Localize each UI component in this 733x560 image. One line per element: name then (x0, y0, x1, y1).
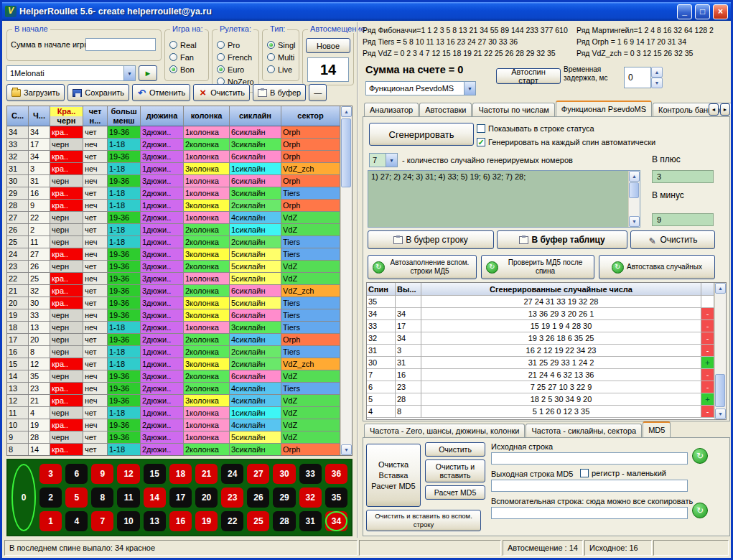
radio-singl[interactable]: Singl (267, 39, 299, 51)
scroll-down-button[interactable]: ▼ (629, 216, 640, 227)
functional-combobox[interactable]: Функционал PsevdoMS ▼ (365, 81, 476, 95)
show-in-status-checkbox[interactable]: Показывать в строке статуса (477, 124, 594, 133)
board-number-19[interactable]: 19 (195, 511, 218, 531)
buffer-row-button[interactable]: В буфер строку (368, 230, 494, 249)
scroll-down-button[interactable]: ▼ (341, 444, 352, 455)
output-md5-input[interactable] (491, 480, 688, 492)
board-number-7[interactable]: 7 (91, 511, 113, 531)
radio-bon[interactable]: Bon (169, 63, 208, 75)
scroll-up-button[interactable]: ▲ (341, 106, 352, 117)
table-row[interactable]: 343413 36 29 3 20 26 1- (367, 308, 714, 320)
board-number-10[interactable]: 10 (117, 511, 139, 531)
board-number-5[interactable]: 5 (65, 487, 88, 508)
table-row[interactable]: 1323кра..неч19-362дюжи..2колонка4сиклайн… (7, 383, 340, 395)
board-number-16[interactable]: 16 (169, 511, 192, 531)
table-row[interactable]: 2427кра..неч19-363дюжи..3колонка5сиклайн… (7, 248, 340, 261)
table-row[interactable]: 1221кра..неч19-362дюжи..3колонка4сиклайн… (7, 395, 340, 407)
board-number-9[interactable]: 9 (91, 464, 113, 484)
autobet-random-button[interactable]: ↻ Автоставка случайных (599, 255, 715, 279)
scrollbar-thumb[interactable] (341, 118, 351, 187)
board-number-11[interactable]: 11 (117, 487, 139, 508)
board-number-20[interactable]: 20 (195, 487, 218, 508)
table-row[interactable]: 1512кра..чет1-181дюжи..3колонка2сиклайнV… (7, 358, 340, 370)
chevron-down-icon[interactable]: ▼ (386, 154, 397, 167)
spinner-up-button[interactable]: ▲ (651, 67, 663, 78)
load-button[interactable]: Загрузить (6, 84, 65, 101)
table-row[interactable]: 485 1 26 0 12 3 35- (367, 406, 714, 418)
helper-string-input[interactable] (491, 507, 688, 519)
clear-button[interactable]: Очистить (193, 84, 250, 101)
board-number-4[interactable]: 4 (65, 511, 88, 531)
table-row[interactable]: 114чернчет1-181дюжи..1колонка1сиклайнVdZ (7, 407, 340, 419)
board-number-28[interactable]: 28 (273, 511, 295, 531)
board-number-36[interactable]: 36 (325, 464, 347, 484)
chevron-down-icon[interactable]: ▼ (123, 66, 135, 80)
board-number-24[interactable]: 24 (221, 464, 243, 484)
board-number-8[interactable]: 8 (91, 487, 113, 508)
tab-scroll-left-button[interactable]: ◄ (709, 103, 719, 116)
tab-freq-zero-chances[interactable]: Частота - Zero, шансы, дюжины, колонки (364, 424, 525, 437)
delay-input[interactable]: 0 (624, 67, 651, 88)
clear-output-button[interactable]: Очистить (630, 230, 715, 249)
board-number-21[interactable]: 21 (195, 464, 218, 484)
board-number-17[interactable]: 17 (169, 487, 192, 508)
copy-source-button[interactable]: ↻ (692, 448, 708, 464)
to-buffer-button[interactable]: В буфер (253, 84, 306, 101)
table-row[interactable]: 3031черннеч19-363дюжи..1колонка6сиклайнO… (7, 175, 340, 187)
table-row[interactable]: 928чернчет19-363дюжи..1колонка5сиклайнVd… (7, 431, 340, 444)
table-row[interactable]: 2916кра..чет1-182дюжи..1колонка3сиклайнT… (7, 187, 340, 200)
board-number-27[interactable]: 27 (247, 464, 269, 484)
board-number-12[interactable]: 12 (117, 464, 139, 484)
board-number-32[interactable]: 32 (299, 487, 322, 508)
board-number-31[interactable]: 31 (299, 511, 322, 531)
table-row[interactable]: 2132кра..чет19-363дюжи..2колонка6сиклайн… (7, 285, 340, 297)
table-row[interactable]: 331715 19 1 9 4 28 30- (367, 320, 714, 332)
board-number-14[interactable]: 14 (144, 487, 166, 508)
board-number-15[interactable]: 15 (144, 464, 166, 484)
radio-multi[interactable]: Multi (267, 51, 299, 63)
source-string-input[interactable] (491, 452, 688, 465)
board-number-1[interactable]: 1 (39, 511, 62, 531)
maximize-button[interactable]: □ (695, 4, 710, 19)
minimize-button[interactable]: _ (677, 4, 692, 19)
generate-each-spin-checkbox[interactable]: ✓ Генерировать на каждый спин автоматиче… (477, 138, 655, 146)
tab-scroll-right-button[interactable]: ► (720, 103, 730, 116)
copy-helper-button[interactable]: ↻ (692, 503, 708, 518)
table-row[interactable]: 2225кра..неч19-363дюжи..1колонка5сиклайн… (7, 273, 340, 285)
md5-clear-paste-button[interactable]: Очистить и вставить (425, 459, 485, 482)
table-row[interactable]: 31316 2 12 19 22 34 23- (367, 345, 714, 357)
chevron-down-icon[interactable]: ▼ (464, 82, 475, 95)
undo-button[interactable]: Отменить (132, 84, 190, 101)
tab-autobets[interactable]: Автоставки (419, 103, 472, 116)
table-row[interactable]: 1813черннеч1-182дюжи..1колонка3сиклайнTi… (7, 322, 340, 334)
table-row[interactable]: 3317черннеч1-182дюжи..2колонка3сиклайнOr… (7, 139, 340, 151)
table-row[interactable]: 289кра..неч1-181дюжи..3колонка2сиклайнOr… (7, 200, 340, 212)
tab-functional-psevdoms[interactable]: Функционал PsevdoMS (556, 101, 652, 116)
tab-md5[interactable]: MD5 (643, 421, 671, 437)
new-shift-button[interactable]: Новое (306, 38, 350, 53)
board-number-0[interactable]: 0 (11, 464, 36, 531)
generated-output-box[interactable]: 1) 27; 2) 24; 3) 31; 4) 33; 5) 19; 6) 32… (368, 170, 640, 228)
board-number-30[interactable]: 30 (273, 464, 295, 484)
board-number-6[interactable]: 6 (65, 464, 88, 484)
table-row[interactable]: 1019кра..неч19-362дюжи..1колонка4сиклайн… (7, 419, 340, 431)
count-combobox[interactable]: 7 ▼ (369, 153, 398, 167)
spinner-down-button[interactable]: ▼ (651, 78, 663, 88)
md5-calc-button[interactable]: Расчет MD5 (425, 485, 485, 500)
board-number-3[interactable]: 3 (39, 464, 62, 484)
table-row[interactable]: 1933черннеч19-363дюжи..3колонка6сиклайнT… (7, 309, 340, 322)
board-number-29[interactable]: 29 (273, 487, 295, 508)
preset-combobox[interactable]: 1Melonati ▼ (6, 65, 136, 81)
play-button[interactable]: ► (139, 65, 157, 81)
start-sum-input[interactable] (85, 38, 156, 51)
tab-analyzer[interactable]: Анализатор (364, 103, 419, 116)
md5-big-button[interactable]: Очистка Вставка Расчет MD5 (366, 444, 421, 507)
table-row[interactable]: 303131 25 29 33 1 24 2+ (367, 357, 714, 369)
table-row[interactable]: 3234кра..чет19-363дюжи..1колонка6сиклайн… (7, 151, 340, 163)
collapse-button[interactable]: — (309, 84, 327, 101)
board-number-23[interactable]: 23 (221, 487, 243, 508)
board-number-35[interactable]: 35 (325, 487, 347, 508)
radio-fan[interactable]: Fan (169, 51, 208, 63)
radio-french[interactable]: French (217, 51, 258, 63)
table-row[interactable]: 168чернчет1-181дюжи..2колонка2сиклайнTie… (7, 346, 340, 358)
